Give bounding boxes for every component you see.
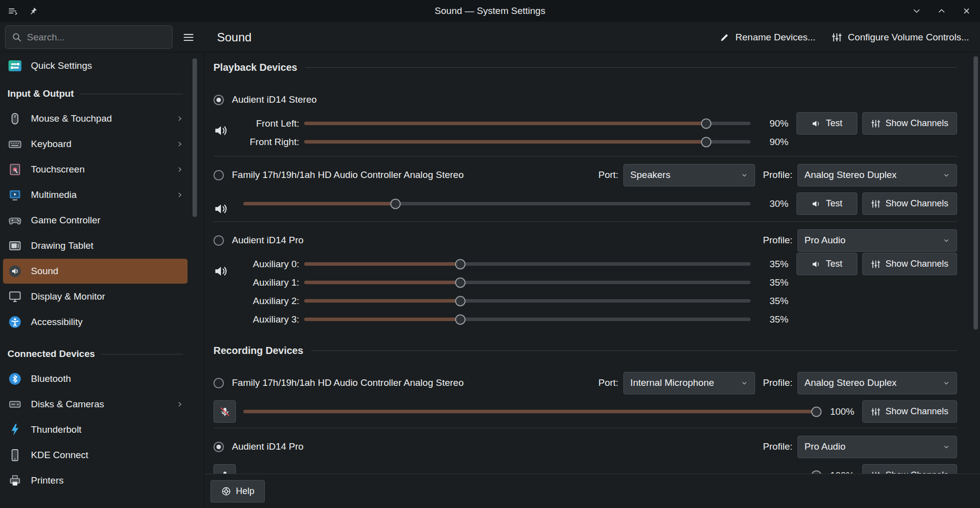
slider-handle[interactable]	[811, 470, 822, 474]
volume-slider[interactable]	[304, 118, 751, 130]
port-value: Speakers	[630, 169, 670, 180]
port-select[interactable]: Speakers	[623, 164, 755, 186]
show-channels-button[interactable]: Show Channels	[862, 400, 957, 423]
configure-volume-controls-label: Configure Volume Controls...	[848, 32, 969, 43]
device-channels: Front Left: 90% Front Right: 90%	[213, 114, 957, 151]
content-scrollbar[interactable]	[974, 56, 978, 504]
window-title: Sound — System Settings	[0, 5, 980, 16]
search-input[interactable]	[27, 32, 166, 43]
slider-handle[interactable]	[811, 406, 822, 417]
volume-slider[interactable]	[304, 314, 751, 326]
profile-select[interactable]: Analog Stereo Duplex	[797, 372, 957, 394]
slider-handle[interactable]	[701, 118, 711, 129]
sound-icon	[7, 264, 22, 279]
maximize-button[interactable]	[935, 4, 948, 17]
slider-handle[interactable]	[455, 277, 466, 288]
sidebar-item-game-controller[interactable]: Game Controller	[3, 208, 188, 233]
default-device-radio[interactable]	[213, 170, 224, 180]
chevron-right-icon	[176, 401, 183, 408]
device-channels: 100% Show Channels	[213, 464, 957, 474]
mute-button[interactable]	[213, 400, 236, 423]
default-device-radio[interactable]	[213, 378, 224, 388]
sidebar-item-drawing-tablet[interactable]: Drawing Tablet	[3, 233, 188, 258]
slider-handle[interactable]	[391, 198, 401, 209]
chevron-down-icon	[741, 379, 748, 387]
window-menu-icon[interactable]	[6, 4, 19, 17]
printers-icon	[7, 473, 22, 488]
volume-slider[interactable]	[304, 258, 751, 270]
sidebar-item-display-monitor[interactable]: Display & Monitor	[3, 284, 188, 309]
sidebar-item-label: Mouse & Touchpad	[31, 113, 112, 124]
default-device-radio[interactable]	[213, 95, 224, 105]
sidebar-scrollbar-thumb[interactable]	[193, 58, 197, 217]
device-row: Audient iD14 Stereo	[213, 86, 957, 113]
sidebar-scrollbar[interactable]	[193, 58, 197, 508]
hamburger-menu-button[interactable]	[178, 25, 199, 49]
sidebar-item-mouse-touchpad[interactable]: Mouse & Touchpad	[3, 106, 188, 131]
rename-devices-button[interactable]: Rename Devices...	[719, 32, 816, 43]
device-channels: 100% Show Channels	[213, 400, 957, 423]
channel-label: Auxiliary 0:	[243, 259, 299, 270]
volume-slider[interactable]	[304, 136, 751, 148]
sidebar-item-thunderbolt[interactable]: Thunderbolt	[3, 417, 188, 442]
port-select[interactable]: Internal Microphone	[623, 372, 755, 394]
mute-button[interactable]	[213, 464, 236, 474]
sidebar-item-touchscreen[interactable]: Touchscreen	[3, 157, 188, 182]
sidebar-item-printers[interactable]: Printers	[3, 468, 188, 493]
playback-devices-header: Playback Devices	[213, 57, 957, 77]
sidebar-item-label: Sound	[31, 266, 58, 277]
test-button[interactable]: Test	[796, 253, 857, 275]
sidebar-item-quick-settings[interactable]: Quick Settings	[3, 53, 188, 78]
divider	[213, 221, 957, 222]
default-device-radio[interactable]	[213, 235, 224, 246]
speaker-icon	[811, 119, 821, 129]
section-title: Recording Devices	[213, 345, 303, 356]
device-name: Audient iD14 Pro	[232, 441, 304, 452]
sidebar-item-disks-cameras[interactable]: Disks & Cameras	[3, 392, 188, 417]
test-button[interactable]: Test	[796, 192, 857, 215]
slider-handle[interactable]	[455, 259, 466, 269]
volume-slider[interactable]	[304, 295, 751, 307]
profile-select[interactable]: Pro Audio	[797, 436, 957, 458]
default-device-radio[interactable]	[213, 442, 224, 452]
sidebar-item-sound[interactable]: Sound	[3, 259, 188, 284]
sidebar-item-keyboard[interactable]: Keyboard	[3, 132, 188, 157]
microphone-icon	[219, 470, 231, 474]
configure-volume-controls-button[interactable]: Configure Volume Controls...	[831, 32, 969, 43]
section-title: Playback Devices	[213, 62, 297, 73]
sidebar-item-accessibility[interactable]: Accessibility	[3, 310, 188, 335]
minimize-button[interactable]	[910, 4, 923, 17]
slider-handle[interactable]	[455, 296, 466, 306]
volume-slider[interactable]	[243, 470, 816, 474]
test-button[interactable]: Test	[796, 112, 857, 135]
slider-handle[interactable]	[455, 314, 466, 325]
show-channels-button[interactable]: Show Channels	[862, 253, 957, 275]
sidebar-item-label: Bluetooth	[31, 373, 71, 384]
sidebar-item-label: Disks & Cameras	[31, 399, 104, 410]
volume-slider[interactable]	[243, 198, 751, 210]
search-field[interactable]	[5, 25, 173, 49]
profile-label: Profile:	[763, 441, 792, 452]
sidebar-item-label: Quick Settings	[31, 60, 92, 71]
speaker-volume-icon	[213, 123, 243, 138]
slider-handle[interactable]	[701, 137, 711, 147]
content-scrollbar-thumb[interactable]	[974, 56, 978, 330]
close-button[interactable]	[960, 4, 973, 17]
sidebar-item-kde-connect[interactable]: KDE Connect	[3, 443, 188, 468]
game-controller-icon	[7, 213, 22, 228]
show-channels-button[interactable]: Show Channels	[862, 112, 957, 135]
volume-percent: 90%	[757, 137, 788, 148]
show-channels-button[interactable]: Show Channels	[862, 464, 957, 474]
help-button[interactable]: Help	[210, 480, 265, 503]
sidebar-item-multimedia[interactable]: Multimedia	[3, 182, 188, 207]
profile-select[interactable]: Analog Stereo Duplex	[797, 164, 957, 186]
volume-slider[interactable]	[304, 277, 751, 289]
sidebar-item-bluetooth[interactable]: Bluetooth	[3, 366, 188, 391]
sidebar-item-label: Keyboard	[31, 139, 71, 150]
profile-label: Profile:	[763, 377, 792, 388]
profile-select[interactable]: Pro Audio	[797, 229, 957, 252]
mouse-icon	[7, 111, 22, 126]
volume-slider[interactable]	[243, 406, 816, 418]
pin-icon[interactable]	[27, 4, 40, 17]
show-channels-button[interactable]: Show Channels	[862, 192, 957, 215]
